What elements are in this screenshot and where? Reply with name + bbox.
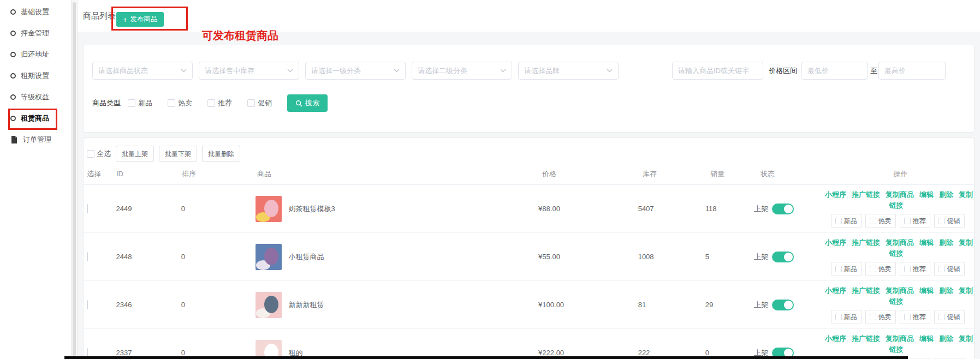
select-placeholder: 请选择二级分类	[418, 66, 467, 76]
row-type-checkbox[interactable]	[870, 266, 876, 272]
action-link[interactable]: 删除	[939, 286, 953, 295]
type-option[interactable]: 促销	[247, 98, 272, 108]
action-link[interactable]: 编辑	[919, 190, 934, 199]
action-link[interactable]: 推广链接	[852, 286, 880, 295]
sidebar-item-label: 押金管理	[21, 28, 49, 38]
chevron-down-icon	[607, 69, 613, 73]
keyword-input[interactable]	[672, 62, 763, 80]
row-type-option[interactable]: 热卖	[865, 262, 896, 276]
action-link[interactable]: 小程序	[825, 286, 846, 295]
row-sort: 0	[174, 205, 256, 213]
action-link[interactable]: 复制商品	[886, 286, 914, 295]
table-body: 2449 0 奶茶租赁模板3 ¥88.00 5407 118 上架 小程序推广链…	[84, 185, 974, 359]
row-type-checkbox[interactable]	[835, 266, 842, 272]
row-type-checkbox[interactable]	[835, 218, 842, 224]
select-all[interactable]: 全选	[87, 149, 111, 159]
sidebar-item[interactable]: 押金管理	[0, 22, 71, 44]
row-checkbox[interactable]	[87, 252, 88, 261]
sidebar-item[interactable]: 租赁商品	[0, 107, 71, 129]
batch-button[interactable]: 批量上架	[116, 146, 154, 162]
row-type-checkbox[interactable]	[939, 218, 945, 224]
product-type-label: 商品类型	[92, 98, 121, 108]
min-price-input[interactable]	[801, 62, 868, 80]
search-button[interactable]: 搜索	[287, 94, 328, 112]
row-sales: 0	[697, 349, 746, 357]
status-toggle[interactable]	[772, 252, 794, 262]
row-type-option[interactable]: 促销	[934, 214, 965, 228]
max-price-input[interactable]	[878, 62, 946, 80]
row-type-checkbox[interactable]	[939, 314, 945, 320]
action-link[interactable]: 推广链接	[852, 334, 880, 343]
status-toggle[interactable]	[772, 204, 794, 214]
row-price: ¥55.00	[530, 253, 629, 261]
type-checkbox[interactable]	[128, 99, 135, 107]
row-type-option[interactable]: 新品	[831, 310, 862, 324]
filter-select[interactable]: 请选择品牌	[518, 62, 619, 80]
row-type-checkbox[interactable]	[939, 266, 945, 272]
type-option[interactable]: 热卖	[168, 98, 192, 108]
table-row: 2449 0 奶茶租赁模板3 ¥88.00 5407 118 上架 小程序推广链…	[84, 185, 974, 233]
type-checkbox[interactable]	[168, 99, 175, 107]
action-link[interactable]: 复制商品	[886, 334, 914, 343]
action-link[interactable]: 小程序	[825, 334, 846, 343]
chevron-down-icon	[500, 69, 506, 73]
sidebar-item[interactable]: 基础设置	[0, 1, 71, 22]
action-link[interactable]: 小程序	[825, 238, 846, 247]
row-type-checkbox[interactable]	[870, 314, 876, 320]
row-type-checkbox[interactable]	[904, 218, 911, 224]
type-option[interactable]: 新品	[128, 98, 152, 108]
action-link[interactable]: 编辑	[919, 334, 934, 343]
row-type-checkbox[interactable]	[904, 266, 911, 272]
action-link[interactable]: 编辑	[919, 238, 934, 247]
row-type-option[interactable]: 新品	[831, 214, 862, 228]
row-checkbox[interactable]	[87, 300, 88, 309]
batch-button[interactable]: 批量下架	[159, 146, 197, 162]
action-link[interactable]: 推广链接	[852, 190, 880, 199]
action-link[interactable]: 编辑	[919, 286, 934, 295]
action-link[interactable]: 复制商品	[886, 238, 914, 247]
header-stock: 库存	[634, 169, 702, 179]
search-icon	[295, 100, 302, 107]
action-link[interactable]: 删除	[939, 190, 953, 199]
row-type-checkbox[interactable]	[904, 314, 911, 320]
row-type-option[interactable]: 促销	[934, 262, 965, 276]
row-type-checkbox[interactable]	[835, 314, 842, 320]
type-checkbox[interactable]	[207, 99, 215, 107]
row-checkbox[interactable]	[87, 204, 88, 213]
type-checkbox[interactable]	[247, 99, 255, 107]
action-link[interactable]: 小程序	[825, 190, 846, 199]
sidebar-item[interactable]: 归还地址	[0, 44, 71, 65]
action-link[interactable]: 删除	[939, 238, 953, 247]
header-select: 选择	[87, 169, 116, 179]
filter-select[interactable]: 请选择商品状态	[92, 62, 193, 80]
row-type-option[interactable]: 推荐	[900, 262, 930, 276]
type-option[interactable]: 推荐	[207, 98, 232, 108]
batch-button[interactable]: 批量删除	[202, 146, 240, 162]
action-link[interactable]: 推广链接	[852, 238, 880, 247]
row-action-links: 小程序推广链接复制商品编辑删除复制链接	[821, 237, 974, 259]
row-type-option[interactable]: 促销	[934, 310, 965, 324]
sidebar-item[interactable]: 订单管理	[0, 129, 71, 150]
filter-select[interactable]: 请选择一级分类	[305, 62, 406, 80]
row-action-links: 小程序推广链接复制商品编辑删除复制链接	[821, 285, 974, 307]
sidebar-scrollbar-thumb[interactable]	[73, 2, 76, 356]
action-link[interactable]: 删除	[939, 334, 953, 343]
row-type-option[interactable]: 推荐	[900, 310, 930, 324]
publish-product-button[interactable]: + 发布商品	[116, 12, 164, 27]
annotation-text: 可发布租赁商品	[202, 28, 278, 43]
row-type-option[interactable]: 热卖	[865, 310, 896, 324]
select-all-checkbox[interactable]	[87, 150, 94, 158]
action-link[interactable]: 复制商品	[886, 190, 914, 199]
filter-select[interactable]: 请选择二级分类	[412, 62, 512, 80]
sidebar-item[interactable]: 等级权益	[0, 86, 71, 107]
row-type-option[interactable]: 推荐	[900, 214, 930, 228]
filter-select[interactable]: 请选择售中库存	[199, 62, 299, 80]
row-type-option[interactable]: 热卖	[865, 214, 896, 228]
row-stock: 222	[629, 349, 697, 357]
row-sort: 0	[174, 349, 256, 357]
row-type-checkbox[interactable]	[870, 218, 876, 224]
status-toggle[interactable]	[772, 300, 794, 310]
sidebar-item[interactable]: 租期设置	[0, 65, 71, 86]
row-id: 2337	[116, 349, 174, 357]
row-type-option[interactable]: 新品	[831, 262, 862, 276]
